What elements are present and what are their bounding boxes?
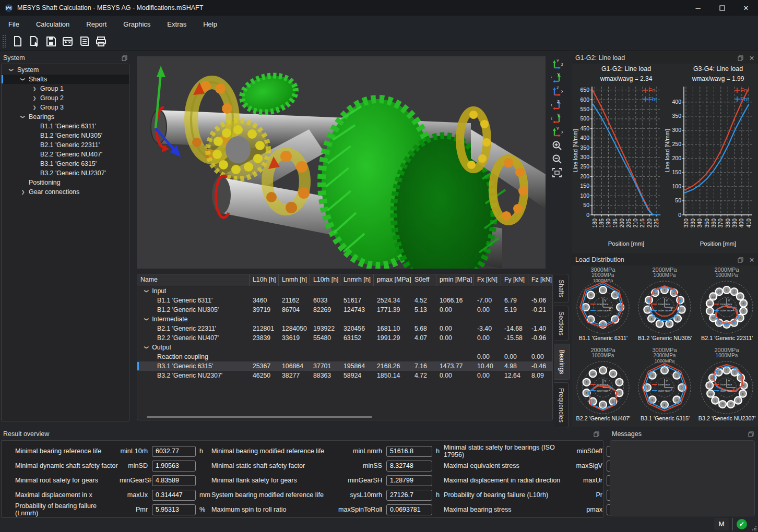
view-zx-back-button[interactable]: ZX — [549, 98, 565, 112]
zoom-fit-button[interactable] — [549, 166, 565, 179]
result-value-field[interactable]: 6032.77 — [152, 446, 196, 457]
chevron-down-icon[interactable]: ❯ — [20, 114, 26, 119]
tree-item-shafts[interactable]: ❯Shafts — [2, 75, 129, 84]
column-header-fy[interactable]: Fy [kN] — [501, 274, 528, 286]
chevron-right-icon[interactable]: ❯ — [32, 105, 37, 110]
result-value-field[interactable]: 27126.7 — [386, 490, 432, 501]
chevron-right-icon[interactable]: ❯ — [32, 86, 37, 91]
table-group-row[interactable]: ❯Input — [137, 286, 552, 296]
float-panel-icon[interactable] — [737, 257, 743, 263]
result-value-field[interactable]: 8.32748 — [386, 461, 432, 471]
zoom-out-button[interactable] — [549, 152, 565, 166]
table-group-row[interactable]: ❯Intermediate — [137, 315, 552, 324]
column-header-l10h[interactable]: L10h [h] — [250, 274, 279, 286]
column-header-pmax[interactable]: pmax [MPa] — [374, 274, 411, 286]
report-button[interactable] — [76, 34, 92, 49]
tab-sections[interactable]: Sections — [554, 306, 568, 341]
resize-grip[interactable] — [752, 526, 757, 531]
3d-viewport[interactable] — [137, 56, 546, 269]
maximize-button[interactable] — [710, 0, 734, 16]
menu-calculation[interactable]: Calculation — [28, 16, 78, 32]
column-header-fx[interactable]: Fx [kN] — [474, 274, 501, 286]
calculation-button[interactable] — [60, 34, 75, 49]
table-row[interactable]: B2.1 'Generic 22311'21280112840501939223… — [137, 324, 552, 333]
tree-item-b2-2-generic-nu407-[interactable]: B2.2 'Generic NU407' — [2, 150, 129, 159]
result-value-field[interactable]: 5.95313 — [152, 504, 196, 515]
tree-item-b2-1-generic-22311-[interactable]: B2.1 'Generic 22311' — [2, 140, 129, 150]
new-file-button[interactable] — [9, 34, 25, 49]
tab-frequencies[interactable]: Frequencies — [554, 382, 568, 428]
column-header-lnmrh[interactable]: Lnmrh [h] — [340, 274, 374, 286]
minimize-button[interactable]: ─ — [686, 0, 710, 16]
chevron-down-icon[interactable]: ❯ — [144, 289, 149, 293]
tree-item-bearings[interactable]: ❯Bearings — [2, 112, 129, 122]
tree-item-positioning[interactable]: Positioning — [2, 178, 129, 187]
tree-item-group-3[interactable]: ❯Group 3 — [2, 103, 129, 112]
chevron-down-icon[interactable]: ❯ — [144, 345, 149, 349]
menu-graphics[interactable]: Graphics — [115, 16, 159, 32]
result-value-field[interactable]: 51616.8 — [386, 446, 432, 457]
cell: 25367 — [250, 362, 279, 370]
chevron-down-icon[interactable]: ❯ — [20, 77, 26, 82]
toolbar-drag-handle[interactable] — [2, 34, 6, 48]
view-zx-button[interactable]: ZX — [549, 84, 565, 98]
result-value-field[interactable]: 1.90563 — [152, 461, 196, 471]
zoom-in-button[interactable] — [549, 139, 565, 152]
float-panel-icon[interactable] — [593, 431, 599, 437]
main-toolbar — [0, 32, 758, 51]
report-icon — [78, 35, 90, 47]
column-header-fz[interactable]: Fz [kN] — [528, 274, 553, 286]
tree-item-system[interactable]: ❯System — [2, 65, 129, 75]
column-header-name[interactable]: Name — [137, 274, 250, 286]
menu-extras[interactable]: Extras — [159, 16, 195, 32]
table-row[interactable]: B1.1 'Generic 6311'346021162603351617252… — [137, 296, 552, 305]
chevron-right-icon[interactable]: ❯ — [32, 95, 37, 101]
menu-report[interactable]: Report — [78, 16, 115, 32]
tree-item-group-2[interactable]: ❯Group 2 — [2, 93, 129, 103]
result-value-field[interactable]: 0.314447 — [152, 490, 196, 501]
chevron-right-icon[interactable]: ❯ — [20, 189, 26, 195]
float-panel-icon[interactable] — [737, 55, 743, 61]
menu-file[interactable]: File — [0, 16, 28, 32]
tree-item-b1-1-generic-6311-[interactable]: B1.1 'Generic 6311' — [2, 122, 129, 131]
tree-item-b3-2-generic-nu2307-[interactable]: B3.2 'Generic NU2307' — [2, 168, 129, 178]
view-zy-button[interactable]: YZ — [549, 71, 565, 84]
tree-item-group-1[interactable]: ❯Group 1 — [2, 84, 129, 93]
chevron-down-icon[interactable]: ❯ — [9, 67, 14, 72]
table-row[interactable]: B2.2 'Generic NU407'23839336195548063152… — [137, 333, 552, 343]
result-value-field[interactable]: 4.83589 — [152, 475, 196, 486]
print-button[interactable] — [93, 34, 109, 49]
save-file-button[interactable] — [43, 34, 58, 49]
menu-help[interactable]: Help — [195, 16, 226, 32]
table-group-row[interactable]: ❯Output — [137, 343, 552, 352]
table-row[interactable]: Reaction coupling0.000.000.001892.8 — [137, 352, 552, 361]
messages-toggle-button[interactable]: M — [714, 518, 729, 530]
close-panel-icon[interactable]: ✕ — [749, 55, 755, 61]
view-yx-back-button[interactable]: YX — [549, 112, 565, 125]
column-header-pmin[interactable]: pmin [MPa] — [436, 274, 474, 286]
open-file-button[interactable] — [26, 34, 42, 49]
float-panel-icon[interactable] — [748, 431, 754, 437]
view-yz-button[interactable]: YZ — [549, 57, 565, 71]
result-value-field[interactable]: 0.0693781 — [386, 504, 432, 515]
chevron-down-icon[interactable]: ❯ — [144, 317, 149, 321]
table-row[interactable]: B3.1 'Generic 6315'253671068643770119586… — [137, 361, 552, 371]
view-yx-button[interactable]: YX — [549, 125, 565, 139]
messages-body — [610, 440, 755, 516]
tree-item-gear-connections[interactable]: ❯Gear connections — [2, 187, 129, 197]
column-header-s0eff[interactable]: S0eff — [411, 274, 436, 286]
column-header-l10rh[interactable]: L10rh [h] — [310, 274, 340, 286]
float-panel-icon[interactable] — [121, 55, 127, 61]
result-value-field[interactable]: 1.28799 — [386, 475, 432, 486]
horizontal-scrollbar[interactable] — [147, 416, 372, 418]
tab-shafts[interactable]: Shafts — [554, 274, 568, 303]
table-row[interactable]: B1.2 'Generic NU305'39719867048226912474… — [137, 305, 552, 315]
table-row[interactable]: B3.2 'Generic NU2307'4625038277883635892… — [137, 371, 552, 380]
close-button[interactable]: ✕ — [734, 0, 758, 16]
tree-item-b3-1-generic-6315-[interactable]: B3.1 'Generic 6315' — [2, 159, 129, 168]
tab-bearings[interactable]: Bearings — [554, 344, 570, 380]
result-overview-title: Result overview — [3, 430, 49, 438]
close-panel-icon[interactable]: ✕ — [749, 257, 755, 263]
column-header-lnmh[interactable]: Lnmh [h] — [279, 274, 310, 286]
tree-item-b1-2-generic-nu305-[interactable]: B1.2 'Generic NU305' — [2, 131, 129, 140]
